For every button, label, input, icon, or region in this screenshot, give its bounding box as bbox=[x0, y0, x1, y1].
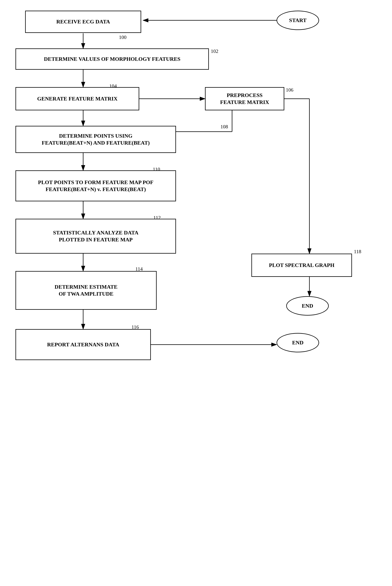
plot-points-box: PLOT POINTS TO FORM FEATURE MAP POFFEATU… bbox=[16, 170, 176, 201]
end1-oval: END bbox=[286, 296, 329, 316]
label-104: 104 bbox=[109, 83, 117, 89]
determine-morph-label: DETERMINE VALUES OF MORPHOLOGY FEATURES bbox=[44, 56, 180, 63]
generate-matrix-box: GENERATE FEATURE MATRIX bbox=[16, 87, 139, 110]
determine-points-label: DETERMINE POINTS USINGFEATURE(BEAT+N) AN… bbox=[42, 132, 150, 147]
determine-estimate-label: DETERMINE ESTIMATEOF TWA AMPLITUDE bbox=[54, 283, 118, 298]
label-116: 116 bbox=[132, 324, 139, 330]
end1-label: END bbox=[302, 303, 313, 309]
label-100: 100 bbox=[119, 35, 126, 40]
end2-oval: END bbox=[276, 333, 319, 352]
label-114: 114 bbox=[135, 266, 143, 272]
label-112: 112 bbox=[153, 215, 161, 221]
preprocess-matrix-box: PREPROCESSFEATURE MATRIX bbox=[205, 87, 284, 110]
statistically-analyze-box: STATISTICALLY ANALYZE DATAPLOTTED IN FEA… bbox=[16, 219, 176, 254]
statistically-analyze-label: STATISTICALLY ANALYZE DATAPLOTTED IN FEA… bbox=[53, 229, 138, 243]
plot-points-label: PLOT POINTS TO FORM FEATURE MAP POFFEATU… bbox=[38, 179, 154, 193]
plot-spectral-label: PLOT SPECTRAL GRAPH bbox=[269, 262, 334, 269]
flowchart: START RECEIVE ECG DATA 100 DETERMINE VAL… bbox=[0, 0, 392, 586]
receive-ecg-label: RECEIVE ECG DATA bbox=[56, 18, 110, 25]
label-118: 118 bbox=[354, 249, 361, 254]
report-alternans-label: REPORT ALTERNANS DATA bbox=[47, 341, 119, 348]
plot-spectral-box: PLOT SPECTRAL GRAPH bbox=[252, 254, 352, 277]
receive-ecg-box: RECEIVE ECG DATA bbox=[25, 11, 141, 33]
generate-matrix-label: GENERATE FEATURE MATRIX bbox=[37, 95, 118, 102]
report-alternans-box: REPORT ALTERNANS DATA bbox=[16, 329, 151, 360]
label-106: 106 bbox=[286, 87, 293, 93]
start-label: START bbox=[289, 17, 306, 24]
preprocess-matrix-label: PREPROCESSFEATURE MATRIX bbox=[220, 92, 269, 106]
determine-morph-box: DETERMINE VALUES OF MORPHOLOGY FEATURES bbox=[16, 48, 209, 70]
start-oval: START bbox=[276, 11, 319, 30]
label-110: 110 bbox=[153, 166, 160, 172]
end2-label: END bbox=[292, 339, 304, 346]
label-102: 102 bbox=[211, 48, 218, 54]
label-108: 108 bbox=[220, 124, 228, 130]
determine-points-box: DETERMINE POINTS USINGFEATURE(BEAT+N) AN… bbox=[16, 126, 176, 153]
determine-estimate-box: DETERMINE ESTIMATEOF TWA AMPLITUDE bbox=[16, 271, 157, 310]
